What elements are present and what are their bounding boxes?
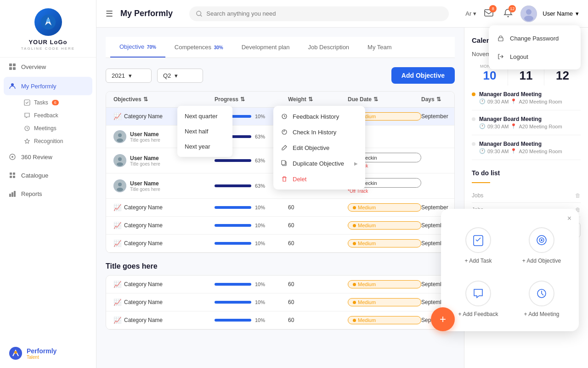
sort-progress-icon[interactable]: ⇅ xyxy=(240,96,245,103)
trend-up-icon: 📈 xyxy=(113,299,121,306)
edit-objective-icon xyxy=(281,144,288,151)
dd-logout[interactable]: Logout xyxy=(489,47,581,66)
sidebar-item-meetings[interactable]: Meetings xyxy=(19,122,96,135)
row-progress: 10% xyxy=(215,299,288,305)
quick-add-task[interactable]: + Add Task xyxy=(450,223,506,269)
user-dropdown-trigger[interactable]: User Name ▾ xyxy=(543,10,579,17)
row-name: 📈 Category Name xyxy=(113,204,215,211)
submenu-next-year[interactable]: Next year xyxy=(177,139,232,154)
feedback-history-icon xyxy=(281,113,288,120)
add-meeting-icon xyxy=(529,281,554,306)
svg-point-27 xyxy=(118,133,122,137)
progress-bar xyxy=(215,224,251,227)
hamburger-icon[interactable]: ☰ xyxy=(106,9,113,19)
tab-development-plan-label: Development plan xyxy=(242,44,290,51)
event-title: Manager Board Meeting xyxy=(479,91,581,98)
ctx-feedback-history[interactable]: Feedback History xyxy=(273,109,365,124)
brand-name: Performly xyxy=(27,347,57,355)
th-due-date: Due Date ⇅ xyxy=(348,96,421,103)
add-objective-icon xyxy=(529,227,554,253)
sort-due-date-icon[interactable]: ⇅ xyxy=(373,96,378,103)
sidebar-item-overview[interactable]: Overview xyxy=(0,58,96,76)
tab-my-team[interactable]: My Team xyxy=(358,37,401,57)
svg-rect-7 xyxy=(24,100,30,105)
svg-rect-4 xyxy=(9,67,12,70)
sidebar-item-recognition[interactable]: Recognition xyxy=(19,135,96,148)
svg-point-6 xyxy=(11,83,14,86)
row-priority: Medium xyxy=(348,280,421,288)
svg-point-20 xyxy=(197,11,201,16)
search-input[interactable] xyxy=(206,10,442,17)
sort-objectives-icon[interactable]: ⇅ xyxy=(143,96,148,103)
todo-delete-1[interactable]: 🗑 xyxy=(575,192,581,199)
bottom-logo: Performly Talent xyxy=(0,339,96,368)
row-due-date: September xyxy=(421,113,455,120)
bell-button[interactable]: 12 xyxy=(501,6,515,22)
year-value: 2021 xyxy=(112,72,125,79)
svg-point-10 xyxy=(11,156,13,158)
mail-button[interactable]: 8 xyxy=(482,6,496,22)
tab-job-description[interactable]: Job Description xyxy=(299,37,359,57)
search-bar[interactable] xyxy=(189,6,449,21)
row-name: 📈 Category Name xyxy=(113,240,215,247)
quarter-filter[interactable]: Q2 ▾ xyxy=(157,69,203,83)
performly-logo-icon xyxy=(8,346,23,361)
clock-icon-2: 🕐 xyxy=(479,123,486,129)
event-dot-2 xyxy=(472,117,475,121)
row-weight: 60 xyxy=(288,204,348,211)
progress-bar xyxy=(215,319,251,322)
tab-development-plan[interactable]: Development plan xyxy=(232,37,299,57)
add-objective-button[interactable]: Add Objective xyxy=(391,67,455,84)
reports-label: Reports xyxy=(21,190,42,197)
ctx-duplicate-objective[interactable]: Duplicate Objective ▶ xyxy=(273,155,365,171)
row-weight: 60 xyxy=(288,240,348,247)
user-avatar xyxy=(520,6,537,22)
year-chevron-icon: ▾ xyxy=(129,72,132,79)
svg-rect-37 xyxy=(282,161,285,165)
table-header: Objectives ⇅ Progress ⇅ Weight ⇅ Due Dat… xyxy=(106,92,454,108)
row-name: 📈 Category Name xyxy=(113,281,215,288)
progress-bar xyxy=(215,242,251,245)
tab-competences[interactable]: Competences 30% xyxy=(165,37,232,57)
quick-add-feedback[interactable]: + Add Feedback xyxy=(450,276,506,322)
th-progress: Progress ⇅ xyxy=(215,96,288,103)
submenu-next-quarter[interactable]: Next quarter xyxy=(177,109,232,124)
location-icon-3: 📍 xyxy=(510,148,517,154)
ctx-edit-objective[interactable]: Edit Objective xyxy=(273,140,365,155)
year-filter[interactable]: 2021 ▾ xyxy=(106,69,152,83)
check-in-history-icon xyxy=(281,128,288,136)
catalogue-label: Catalogue xyxy=(21,172,48,179)
ctx-check-in-history[interactable]: Check In History xyxy=(273,124,365,140)
add-meeting-fab[interactable]: + xyxy=(431,307,455,331)
tab-objective[interactable]: Objective 70% xyxy=(110,37,165,58)
row-progress: 10% xyxy=(215,282,288,287)
section-title: Title goes here xyxy=(106,262,455,270)
sidebar-item-my-performly[interactable]: My Performly xyxy=(4,77,92,95)
row-progress: 10% xyxy=(215,205,288,210)
svg-point-41 xyxy=(541,239,543,241)
360-review-label: 360 Review xyxy=(21,154,52,161)
table-row: 📈 Category Name 10% 60 Medium September … xyxy=(106,235,454,253)
sidebar-item-tasks[interactable]: Tasks 6 xyxy=(19,96,96,109)
sidebar-item-catalogue[interactable]: Catalogue xyxy=(0,166,96,184)
sort-weight-icon[interactable]: ⇅ xyxy=(308,96,313,103)
dd-change-password[interactable]: Change Password xyxy=(489,29,581,47)
sidebar-item-reports[interactable]: Reports xyxy=(0,184,96,203)
sidebar-item-360-review[interactable]: 360 Review xyxy=(0,148,96,166)
lang-selector[interactable]: Ar ▾ xyxy=(465,10,476,17)
ctx-delete[interactable]: Delet xyxy=(273,171,365,187)
sort-days-icon[interactable]: ⇅ xyxy=(436,96,441,103)
quick-add-popup: × + Add Task + Add Objective + Add Feedb… xyxy=(441,209,579,331)
cal-event-3: Manager Board Meeting 🕐 09:30 AM 📍 A20 M… xyxy=(472,141,581,160)
row-weight: 60 xyxy=(288,299,348,305)
progress-bar xyxy=(215,301,251,304)
quick-add-objective[interactable]: + Add Objective xyxy=(514,223,570,269)
recognition-label: Recognition xyxy=(34,138,63,144)
quick-add-meeting[interactable]: + Add Meeting xyxy=(514,276,570,322)
tab-competences-label: Competences xyxy=(175,44,211,51)
submenu-next-half[interactable]: Next half xyxy=(177,124,232,139)
sidebar-item-feedback[interactable]: Feedback xyxy=(19,109,96,122)
quick-add-close-button[interactable]: × xyxy=(567,214,571,223)
row-name: 📈 Category Name xyxy=(113,299,215,306)
svg-point-22 xyxy=(508,16,509,17)
